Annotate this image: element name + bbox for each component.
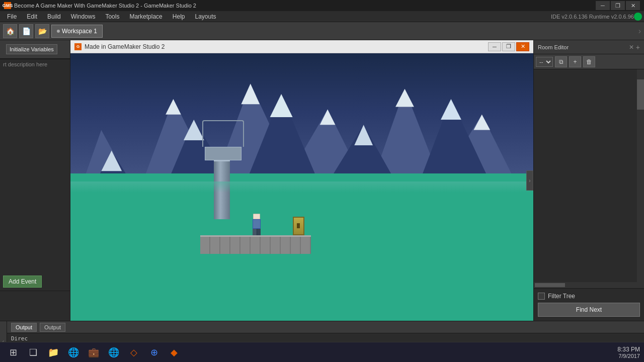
find-next-button[interactable]: Find Next — [538, 303, 640, 317]
snow-cap-1 — [166, 99, 181, 115]
toolbar-right-arrow: › — [638, 27, 641, 36]
workspace-tab-label: Workspace 1 — [62, 28, 97, 35]
char-leg-right — [257, 229, 261, 235]
snow-cap-2 — [241, 83, 260, 104]
taskbar: ⊞ ❑ 📁 🌐 💼 🌐 ◇ ⊕ ◆ 8:33 PM 7/9/2017 — [0, 342, 644, 362]
dialog-title-text: Made in GameMaker Studio 2 — [85, 43, 165, 50]
snow-cap-4 — [395, 89, 414, 107]
room-add[interactable]: + — [569, 56, 581, 67]
room-editor-label: Room Editor — [538, 44, 569, 50]
description-area: rt description here — [0, 59, 70, 69]
chest-lock — [297, 223, 300, 228]
version-label: IDE v2.0.6.136 Runtime v2.0.6.96 — [551, 14, 634, 20]
right-panel-content — [534, 69, 644, 288]
pillar-capital — [205, 147, 242, 160]
toolbar-open[interactable]: 📂 — [35, 24, 49, 38]
sidebar-content — [0, 69, 70, 273]
taskbar-store[interactable]: 💼 — [85, 344, 103, 360]
system-clock: 8:33 PM 7/9/2017 — [617, 346, 640, 359]
toolbar-home[interactable]: 🏠 — [3, 24, 17, 38]
close-button[interactable]: ✕ — [626, 1, 640, 10]
title-bar: GMS Become A Game Maker With GameMaker S… — [0, 0, 644, 11]
pillar-arch — [202, 120, 244, 147]
main-layout: Initialize Variables rt description here… — [0, 40, 644, 321]
game-scene — [70, 53, 533, 321]
snow-front-3 — [270, 94, 293, 117]
char-legs — [253, 229, 261, 235]
title-bar-left: GMS Become A Game Maker With GameMaker S… — [4, 2, 196, 9]
right-panel-scrollbar-h[interactable] — [534, 282, 637, 288]
taskbar-ie[interactable]: 🌐 — [64, 344, 83, 360]
char-leg-left — [253, 229, 257, 235]
right-expand-arrow[interactable]: › — [526, 170, 533, 191]
filter-tree-row: Filter Tree — [538, 293, 640, 300]
menu-tools[interactable]: Tools — [100, 11, 124, 22]
menu-layouts[interactable]: Layouts — [190, 11, 221, 22]
menu-help[interactable]: Help — [168, 11, 190, 22]
dialog-title-bar: G Made in GameMaker Studio 2 ─ ❐ ✕ — [70, 40, 533, 53]
workspace-tab[interactable]: Workspace 1 — [51, 25, 103, 38]
char-torso — [253, 219, 261, 229]
room-editor-add[interactable]: + — [636, 43, 640, 51]
left-sidebar: Initialize Variables rt description here… — [0, 40, 70, 321]
dialog-controls: ─ ❐ ✕ — [488, 42, 529, 51]
dialog-icon: G — [74, 43, 82, 50]
room-delete[interactable]: 🗑 — [583, 56, 595, 67]
menu-marketplace[interactable]: Marketplace — [124, 11, 167, 22]
dialog-maximize[interactable]: ❐ — [502, 42, 515, 51]
dialog-minimize[interactable]: ─ — [488, 42, 501, 51]
water-shimmer — [70, 182, 533, 192]
taskbar-task-view[interactable]: ❑ — [24, 344, 42, 360]
room-copy[interactable]: ⧉ — [555, 56, 567, 67]
sidebar-bottom — [0, 291, 70, 321]
maximize-button[interactable]: ❐ — [611, 1, 625, 10]
scrollbar-thumb — [637, 79, 644, 110]
app-icon: GMS — [4, 2, 11, 9]
snow-front-5 — [441, 99, 461, 120]
output-tab-1[interactable]: Output — [11, 323, 37, 332]
menu-bar: File Edit Build Windows Tools Marketplac… — [0, 11, 644, 22]
player-character — [251, 214, 263, 235]
right-panel-bottom: Filter Tree Find Next — [534, 288, 644, 321]
taskbar-gms2[interactable]: ⊕ — [145, 344, 163, 360]
minimize-button[interactable]: ─ — [596, 1, 610, 10]
snow-cap-5 — [473, 115, 490, 130]
dialog-close[interactable]: ✕ — [516, 42, 529, 51]
filter-tree-label: Filter Tree — [548, 293, 575, 300]
char-head — [253, 214, 260, 219]
build-status-indicator — [634, 13, 642, 21]
scrollbar-thumb-h — [535, 283, 565, 287]
right-panel-scrollbar[interactable] — [637, 69, 644, 288]
room-editor-tab: Room Editor ✕ + — [534, 40, 644, 54]
menu-edit[interactable]: Edit — [22, 11, 42, 22]
right-panel: Room Editor ✕ + -- ⧉ + 🗑 Fil — [533, 40, 644, 321]
app-title: Become A Game Maker With GameMaker Studi… — [14, 3, 196, 9]
menu-build[interactable]: Build — [42, 11, 66, 22]
snow-cap-3 — [320, 110, 336, 125]
initialize-variables-button[interactable]: Initialize Variables — [6, 44, 57, 54]
taskbar-chrome1[interactable]: 🌐 — [105, 344, 123, 360]
toolbar-new[interactable]: 📄 — [19, 24, 33, 38]
add-event-button[interactable]: Add Event — [3, 276, 42, 288]
filter-tree-checkbox[interactable] — [538, 293, 545, 300]
dialog-title-left: G Made in GameMaker Studio 2 — [74, 43, 165, 50]
clock-time: 8:33 PM — [617, 346, 640, 353]
output-tab-bar: Output Output — [7, 321, 644, 333]
game-preview: G Made in GameMaker Studio 2 ─ ❐ ✕ — [70, 40, 533, 321]
menu-windows[interactable]: Windows — [66, 11, 101, 22]
room-select[interactable]: -- — [536, 57, 553, 67]
output-tab-2[interactable]: Output — [40, 323, 65, 332]
room-editor-close[interactable]: ✕ — [629, 44, 634, 51]
taskbar-file-explorer[interactable]: 📁 — [44, 344, 62, 360]
taskbar-windows-btn[interactable]: ⊞ — [4, 344, 22, 360]
platform-main — [200, 235, 311, 254]
taskbar-gms1[interactable]: ◇ — [125, 344, 143, 360]
clock-date: 7/9/2017 — [617, 353, 640, 359]
taskbar-right: 8:33 PM 7/9/2017 — [617, 346, 640, 359]
output-line-1: Direc — [11, 335, 640, 342]
sidebar-header: Initialize Variables — [0, 40, 70, 59]
room-toolbar: -- ⧉ + 🗑 — [534, 54, 644, 69]
menu-file[interactable]: File — [2, 11, 22, 22]
taskbar-gms3[interactable]: ◆ — [165, 344, 183, 360]
tab-dot — [57, 30, 60, 33]
